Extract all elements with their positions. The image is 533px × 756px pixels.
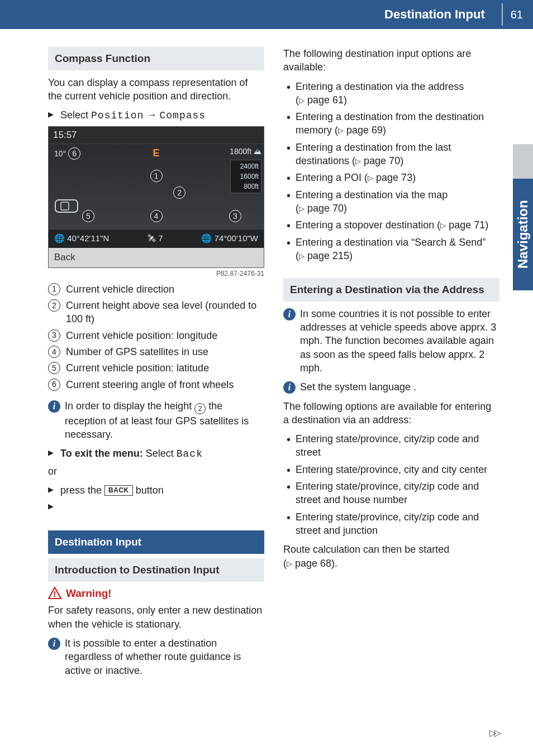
options-item: Entering a destination via “Search & Sen… — [283, 236, 499, 263]
callout-3-icon: 3 — [229, 210, 241, 222]
lat-text: 40°42'11"N — [67, 233, 109, 243]
select-compass-step: Select Position → Compass — [48, 108, 264, 122]
options-item: Entering a destination from the last des… — [283, 141, 499, 168]
screenshot-coords: 🌐 40°42'11"N 🛰 7 🌐 74°00'10"W — [49, 229, 264, 247]
warning-icon: ! — [48, 587, 61, 599]
warning-label: Warning! — [66, 587, 112, 599]
route-calc-text: Route calculation can then be started (▷… — [283, 543, 499, 570]
legend-1: 1Current vehicle direction — [48, 283, 264, 296]
screenshot-main: 10° 6 E 1800ft ⛰ 2400ft 1600ft 800ft 1 2… — [49, 144, 264, 229]
exit-menu-step: To exit the menu: Select Back — [48, 447, 264, 461]
legend-num-2: 2 — [48, 299, 60, 312]
legend-2: 2Current height above sea level (rounded… — [48, 299, 264, 326]
callout-2-icon: 2 — [173, 186, 185, 199]
legend-3: 3Current vehicle position: longitude — [48, 329, 264, 342]
alt-1600: 1600ft — [233, 171, 259, 181]
svg-rect-1 — [61, 202, 69, 210]
callout-1-icon: 1 — [150, 170, 163, 182]
button-word: button — [136, 485, 164, 496]
empty-step — [48, 500, 264, 514]
addr-options-list: Entering state/province, city/zip code a… — [283, 432, 499, 537]
page-header: Destination Input 61 — [0, 0, 533, 29]
legend-6: 6Current steering angle of front wheels — [48, 378, 264, 391]
steering-angle-value: 10° — [54, 149, 66, 158]
menu-compass: Compass — [160, 110, 206, 121]
info-height-pre: In order to display the height — [65, 400, 194, 412]
legend-num-4: 4 — [48, 346, 60, 358]
addr-options-item: Entering state/province, city/zip code a… — [283, 432, 499, 460]
header-title: Destination Input — [384, 6, 485, 23]
triangle-icon: ▷ — [287, 559, 292, 568]
direction-letter: E — [153, 146, 159, 160]
left-column: Compass Function You can display a compa… — [48, 44, 264, 683]
info-lang-note: i Set the system language . — [283, 380, 499, 394]
press-the: press the — [60, 485, 102, 496]
info-height-note: i In order to display the height 2 the r… — [48, 399, 264, 441]
page-body: Compass Function You can display a compa… — [48, 44, 499, 683]
compass-screenshot: 15:57 10° 6 E 1800ft ⛰ 2400ft 1600ft 800… — [48, 126, 264, 268]
longitude-value: 🌐 74°00'10"W — [201, 233, 258, 244]
side-tab-spacer — [513, 144, 533, 179]
addr-intro: The following options are available for … — [283, 400, 499, 427]
sat-text: 7 — [158, 233, 163, 243]
side-tab-navigation: Navigation — [513, 179, 533, 290]
compass-intro: You can display a compass representation… — [48, 76, 264, 103]
arrow-icon: → — [146, 109, 159, 121]
exit-select: Select — [146, 448, 174, 459]
lon-text: 74°00'10"W — [215, 233, 258, 243]
image-id: P82.87-2476-31 — [48, 269, 264, 278]
alt-800: 800ft — [233, 181, 259, 192]
addr-options-item: Entering state/province, city/zip code a… — [283, 480, 499, 507]
info-dest-note: i It is possible to enter a destination … — [48, 637, 264, 677]
latitude-value: 🌐 40°42'11"N — [54, 233, 109, 244]
addr-options-item: Entering state/province, city/zip code a… — [283, 510, 499, 538]
right-intro: The following destination input options … — [283, 47, 499, 74]
page-number: 61 — [511, 7, 523, 22]
exit-bold: To exit the menu: — [60, 448, 143, 459]
compass-legend: 1Current vehicle direction 2Current heig… — [48, 283, 264, 391]
options-item: Entering a destination via the map (▷ pa… — [283, 188, 499, 216]
info-icon: i — [48, 400, 60, 413]
continue-icon: ▷▷ — [489, 727, 499, 739]
options-item: Entering a destination via the address (… — [283, 80, 499, 107]
right-column: The following destination input options … — [283, 44, 499, 683]
legend-4: 4Number of GPS satellites in use — [48, 345, 264, 358]
legend-num-3: 3 — [48, 329, 60, 342]
screenshot-back: Back — [49, 248, 264, 267]
info-icon: i — [48, 638, 60, 650]
alt-2400: 2400ft — [233, 161, 259, 171]
options-item: Entering a destination from the destinat… — [283, 110, 499, 137]
legend-num-6: 6 — [48, 379, 60, 391]
info-icon: i — [283, 381, 296, 394]
options-list: Entering a destination via the address (… — [283, 80, 499, 263]
legend-text-4: Number of GPS satellites in use — [66, 346, 208, 357]
route-calc-pre: Route calculation can then be started — [283, 544, 449, 555]
destination-input-heading: Destination Input — [48, 530, 264, 554]
legend-text-5: Current vehicle position: latitude — [66, 362, 209, 374]
legend-num-5: 5 — [48, 362, 60, 374]
compass-heading: Compass Function — [48, 47, 264, 70]
warning-heading: !Warning! — [48, 586, 264, 601]
info-speed-note: i In some countries it is not possible t… — [283, 307, 499, 375]
route-calc-page: 68 — [320, 558, 331, 569]
screenshot-time: 15:57 — [49, 127, 264, 145]
intro-dest-input-heading: Introduction to Destination Input — [48, 558, 264, 582]
route-calc-pageref: (▷ page 68). — [283, 558, 337, 569]
header-divider — [502, 3, 503, 26]
info-lang-text: Set the system language . — [300, 381, 416, 393]
warning-text: For safety reasons, only enter a new des… — [48, 604, 264, 631]
svg-text:!: ! — [54, 589, 56, 599]
legend-text-2: Current height above sea level (rounded … — [66, 300, 256, 324]
exit-back-mono: Back — [177, 448, 203, 460]
addr-options-item: Entering state/province, city and city c… — [283, 463, 499, 476]
steering-angle-label: 10° 6 — [54, 147, 80, 160]
car-icon — [53, 195, 82, 218]
or-text: or — [48, 465, 264, 478]
altitude-scale: 2400ft 1600ft 800ft — [230, 160, 261, 193]
info-icon: i — [283, 308, 296, 320]
legend-text-3: Current vehicle position: longitude — [66, 330, 217, 341]
legend-text-1: Current vehicle direction — [66, 284, 174, 295]
callout-4-icon: 4 — [150, 210, 163, 222]
altitude-top-value: 1800ft — [230, 147, 251, 156]
info-dest-text: It is possible to enter a destination re… — [65, 638, 241, 676]
